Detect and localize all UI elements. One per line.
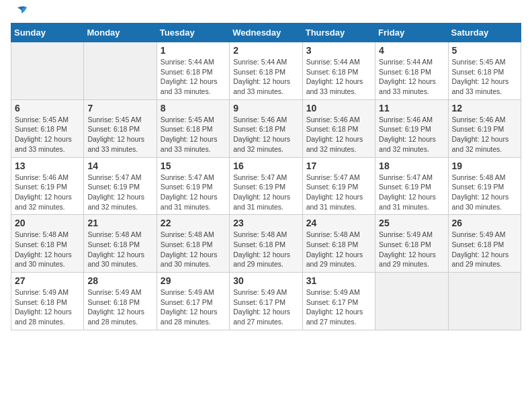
day-number: 15: [161, 161, 226, 171]
day-number: 31: [306, 275, 371, 286]
day-number: 26: [452, 218, 517, 228]
calendar-cell: 1Sunrise: 5:44 AM Sunset: 6:18 PM Daylig…: [157, 42, 229, 100]
logo: [11, 11, 27, 17]
day-info: Sunrise: 5:49 AM Sunset: 6:18 PM Dayligh…: [379, 230, 444, 269]
day-number: 9: [233, 103, 298, 113]
day-info: Sunrise: 5:47 AM Sunset: 6:19 PM Dayligh…: [233, 173, 298, 212]
day-info: Sunrise: 5:49 AM Sunset: 6:17 PM Dayligh…: [233, 287, 298, 327]
day-number: 8: [161, 103, 226, 113]
day-number: 21: [87, 218, 152, 228]
calendar-cell: 30Sunrise: 5:49 AM Sunset: 6:17 PM Dayli…: [230, 273, 302, 330]
day-number: 6: [15, 103, 80, 113]
calendar-cell: 10Sunrise: 5:46 AM Sunset: 6:18 PM Dayli…: [302, 99, 375, 157]
day-info: Sunrise: 5:49 AM Sunset: 6:18 PM Dayligh…: [87, 287, 152, 327]
day-header-tuesday: Tuesday: [157, 24, 229, 42]
day-info: Sunrise: 5:49 AM Sunset: 6:18 PM Dayligh…: [15, 287, 80, 327]
calendar-cell: [11, 42, 84, 100]
calendar-week-row: 27Sunrise: 5:49 AM Sunset: 6:18 PM Dayli…: [11, 273, 521, 330]
day-info: Sunrise: 5:49 AM Sunset: 6:17 PM Dayligh…: [306, 287, 371, 327]
day-info: Sunrise: 5:48 AM Sunset: 6:18 PM Dayligh…: [306, 230, 371, 269]
day-info: Sunrise: 5:48 AM Sunset: 6:19 PM Dayligh…: [452, 173, 517, 212]
calendar-cell: 13Sunrise: 5:46 AM Sunset: 6:19 PM Dayli…: [11, 157, 84, 215]
calendar-cell: 17Sunrise: 5:47 AM Sunset: 6:19 PM Dayli…: [302, 157, 375, 215]
day-info: Sunrise: 5:49 AM Sunset: 6:17 PM Dayligh…: [161, 287, 226, 327]
day-info: Sunrise: 5:45 AM Sunset: 6:18 PM Dayligh…: [87, 115, 152, 154]
calendar-cell: 29Sunrise: 5:49 AM Sunset: 6:17 PM Dayli…: [157, 273, 229, 330]
calendar-cell: 28Sunrise: 5:49 AM Sunset: 6:18 PM Dayli…: [84, 273, 157, 330]
day-info: Sunrise: 5:44 AM Sunset: 6:18 PM Dayligh…: [161, 57, 226, 97]
day-info: Sunrise: 5:46 AM Sunset: 6:18 PM Dayligh…: [233, 115, 298, 154]
day-info: Sunrise: 5:45 AM Sunset: 6:18 PM Dayligh…: [161, 115, 226, 154]
day-number: 18: [379, 161, 444, 171]
day-info: Sunrise: 5:45 AM Sunset: 6:18 PM Dayligh…: [452, 57, 517, 97]
day-header-saturday: Saturday: [448, 24, 521, 42]
calendar-table: SundayMondayTuesdayWednesdayThursdayFrid…: [11, 23, 521, 330]
day-number: 16: [233, 161, 298, 171]
calendar-cell: 16Sunrise: 5:47 AM Sunset: 6:19 PM Dayli…: [230, 157, 302, 215]
calendar-cell: 25Sunrise: 5:49 AM Sunset: 6:18 PM Dayli…: [375, 215, 448, 273]
calendar-cell: 6Sunrise: 5:45 AM Sunset: 6:18 PM Daylig…: [11, 99, 84, 157]
day-info: Sunrise: 5:48 AM Sunset: 6:18 PM Dayligh…: [15, 230, 80, 269]
calendar-cell: 18Sunrise: 5:47 AM Sunset: 6:19 PM Dayli…: [375, 157, 448, 215]
calendar-header-row: SundayMondayTuesdayWednesdayThursdayFrid…: [11, 24, 521, 42]
calendar-cell: 9Sunrise: 5:46 AM Sunset: 6:18 PM Daylig…: [230, 99, 302, 157]
day-header-sunday: Sunday: [11, 24, 84, 42]
calendar-week-row: 6Sunrise: 5:45 AM Sunset: 6:18 PM Daylig…: [11, 99, 521, 157]
day-number: 1: [161, 45, 226, 56]
day-info: Sunrise: 5:46 AM Sunset: 6:18 PM Dayligh…: [306, 115, 371, 154]
day-number: 11: [379, 103, 444, 113]
calendar-cell: [84, 42, 157, 100]
day-number: 5: [452, 45, 517, 56]
day-header-wednesday: Wednesday: [230, 24, 302, 42]
calendar-cell: 3Sunrise: 5:44 AM Sunset: 6:18 PM Daylig…: [302, 42, 375, 100]
day-number: 13: [15, 161, 80, 171]
calendar-cell: 12Sunrise: 5:46 AM Sunset: 6:19 PM Dayli…: [448, 99, 521, 157]
calendar-cell: [375, 273, 448, 330]
calendar-cell: 31Sunrise: 5:49 AM Sunset: 6:17 PM Dayli…: [302, 273, 375, 330]
day-info: Sunrise: 5:49 AM Sunset: 6:18 PM Dayligh…: [452, 230, 517, 269]
day-number: 17: [306, 161, 371, 171]
day-number: 30: [233, 275, 298, 286]
calendar-cell: 20Sunrise: 5:48 AM Sunset: 6:18 PM Dayli…: [11, 215, 84, 273]
page-header: [11, 11, 521, 17]
day-number: 23: [233, 218, 298, 228]
day-info: Sunrise: 5:44 AM Sunset: 6:18 PM Dayligh…: [306, 57, 371, 97]
day-info: Sunrise: 5:44 AM Sunset: 6:18 PM Dayligh…: [379, 57, 444, 97]
day-number: 2: [233, 45, 298, 56]
day-info: Sunrise: 5:47 AM Sunset: 6:19 PM Dayligh…: [161, 173, 226, 212]
day-info: Sunrise: 5:47 AM Sunset: 6:19 PM Dayligh…: [379, 173, 444, 212]
calendar-cell: 15Sunrise: 5:47 AM Sunset: 6:19 PM Dayli…: [157, 157, 229, 215]
calendar-cell: [448, 273, 521, 330]
calendar-cell: 26Sunrise: 5:49 AM Sunset: 6:18 PM Dayli…: [448, 215, 521, 273]
day-number: 12: [452, 103, 517, 113]
day-info: Sunrise: 5:46 AM Sunset: 6:19 PM Dayligh…: [379, 115, 444, 154]
calendar-cell: 8Sunrise: 5:45 AM Sunset: 6:18 PM Daylig…: [157, 99, 229, 157]
day-info: Sunrise: 5:47 AM Sunset: 6:19 PM Dayligh…: [306, 173, 371, 212]
day-number: 7: [87, 103, 152, 113]
calendar-cell: 7Sunrise: 5:45 AM Sunset: 6:18 PM Daylig…: [84, 99, 157, 157]
calendar-week-row: 20Sunrise: 5:48 AM Sunset: 6:18 PM Dayli…: [11, 215, 521, 273]
day-info: Sunrise: 5:48 AM Sunset: 6:18 PM Dayligh…: [233, 230, 298, 269]
calendar-week-row: 1Sunrise: 5:44 AM Sunset: 6:18 PM Daylig…: [11, 42, 521, 100]
logo-icon: [12, 5, 27, 17]
calendar-cell: 21Sunrise: 5:48 AM Sunset: 6:18 PM Dayli…: [84, 215, 157, 273]
day-header-monday: Monday: [84, 24, 157, 42]
day-info: Sunrise: 5:46 AM Sunset: 6:19 PM Dayligh…: [452, 115, 517, 154]
calendar-cell: 24Sunrise: 5:48 AM Sunset: 6:18 PM Dayli…: [302, 215, 375, 273]
calendar-week-row: 13Sunrise: 5:46 AM Sunset: 6:19 PM Dayli…: [11, 157, 521, 215]
day-info: Sunrise: 5:48 AM Sunset: 6:18 PM Dayligh…: [87, 230, 152, 269]
day-number: 22: [161, 218, 226, 228]
day-number: 29: [161, 275, 226, 286]
day-number: 24: [306, 218, 371, 228]
day-info: Sunrise: 5:44 AM Sunset: 6:18 PM Dayligh…: [233, 57, 298, 97]
day-info: Sunrise: 5:45 AM Sunset: 6:18 PM Dayligh…: [15, 115, 80, 154]
calendar-cell: 2Sunrise: 5:44 AM Sunset: 6:18 PM Daylig…: [230, 42, 302, 100]
day-info: Sunrise: 5:47 AM Sunset: 6:19 PM Dayligh…: [87, 173, 152, 212]
calendar-cell: 22Sunrise: 5:48 AM Sunset: 6:18 PM Dayli…: [157, 215, 229, 273]
day-number: 4: [379, 45, 444, 56]
day-number: 25: [379, 218, 444, 228]
day-number: 19: [452, 161, 517, 171]
day-number: 3: [306, 45, 371, 56]
calendar-cell: 11Sunrise: 5:46 AM Sunset: 6:19 PM Dayli…: [375, 99, 448, 157]
calendar-cell: 4Sunrise: 5:44 AM Sunset: 6:18 PM Daylig…: [375, 42, 448, 100]
